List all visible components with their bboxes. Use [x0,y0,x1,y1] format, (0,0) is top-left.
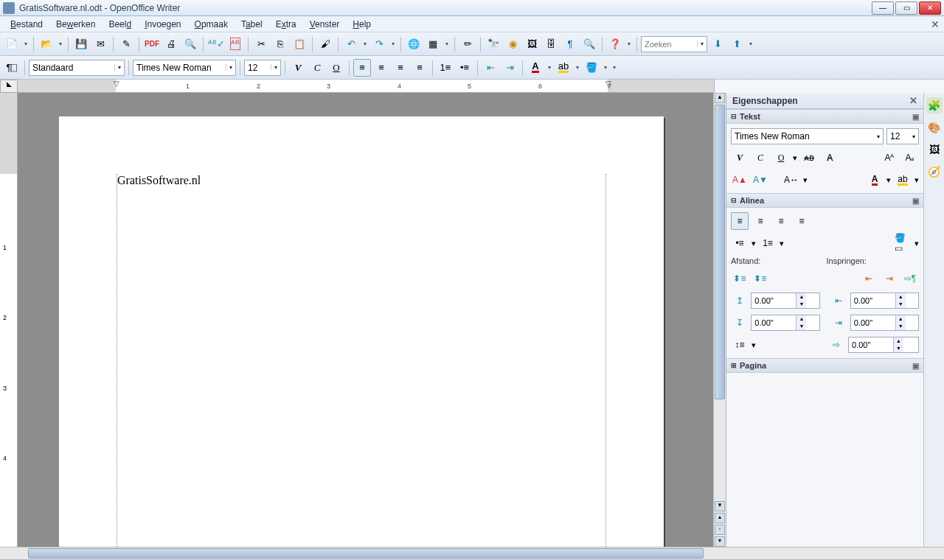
undo-button[interactable]: ↶ [342,35,360,53]
new-dropdown[interactable]: ▾ [22,41,30,47]
menu-invoegen[interactable]: Invoegen [139,18,187,31]
edit-mode-button[interactable]: ✎ [117,35,135,53]
menu-opmaak[interactable]: Opmaak [189,18,234,31]
document-text[interactable]: GratisSoftware.nl [117,174,201,187]
search-combo[interactable]: ▾ [641,36,707,52]
menu-beeld[interactable]: Beeld [103,18,137,31]
navigator-button[interactable]: ◉ [504,35,521,53]
maximize-button[interactable]: ▭ [895,1,917,15]
sb-para-bg-button[interactable]: 🪣▭ [894,234,912,252]
print-preview-button[interactable]: 🔍 [181,35,199,53]
deck-styles-icon[interactable]: 🎨 [926,119,943,136]
align-right-button[interactable]: ≡ [392,59,409,77]
sb-bullets-dropdown[interactable]: ▾ [752,239,756,248]
export-pdf-button[interactable]: PDF [143,35,161,53]
format-paintbrush-button[interactable]: 🖌 [316,35,334,53]
close-document-button[interactable]: ✕ [931,18,940,30]
align-center-button[interactable]: ≡ [372,59,390,77]
horizontal-ruler[interactable]: ▽ ▽ 1 2 3 4 5 6 7 [18,80,714,93]
table-dropdown[interactable]: ▾ [443,41,451,47]
sb-size-combo[interactable]: 12▾ [886,128,919,144]
underline-button[interactable]: O [327,59,345,77]
sidebar-close-button[interactable]: ✕ [909,95,917,106]
menu-bestand[interactable]: Bestand [4,18,49,31]
save-button[interactable]: 💾 [72,35,90,53]
bg-color-button[interactable]: 🪣 [583,59,600,77]
autospell-button[interactable]: ᴬᴮ [226,35,244,53]
sb-font-color-button[interactable]: A [866,171,884,189]
toolbar-overflow[interactable]: ▾ [747,41,754,47]
redo-dropdown[interactable]: ▾ [389,41,397,47]
align-justify-button[interactable]: ≡ [411,59,428,77]
sb-hanging-indent-button[interactable]: ⇨¶ [901,270,919,287]
sb-space-below-input[interactable]: ▲▼ [751,315,819,331]
font-size-combo[interactable]: 12▾ [244,60,281,76]
open-button[interactable]: 📂 [38,35,55,53]
sb-align-center[interactable]: ≡ [752,212,769,230]
font-name-combo[interactable]: Times New Roman▾ [133,60,236,76]
sb-bold-button[interactable]: V [731,149,749,167]
sb-grow-font-button[interactable]: A▲ [731,171,749,189]
scroll-down-button[interactable]: ▼ [715,501,725,511]
sb-shadow-button[interactable]: A [821,149,839,167]
panel-tekst-header[interactable]: ⊟Tekst▣ [726,109,923,124]
sb-shrink-font-button[interactable]: A▼ [752,171,769,189]
sb-numbering-dropdown[interactable]: ▾ [780,239,784,248]
email-button[interactable]: ✉ [91,35,109,53]
scroll-thumb[interactable] [715,105,725,399]
sb-italic-button[interactable]: C [752,149,769,167]
font-color-dropdown[interactable]: ▾ [546,64,553,71]
sb-line-spacing-button[interactable]: ↕≡ [731,336,749,354]
menu-help[interactable]: Help [347,18,377,31]
hyperlink-button[interactable]: 🌐 [405,35,423,53]
paste-button[interactable]: 📋 [291,35,308,53]
sb-spacing-dropdown[interactable]: ▾ [803,175,808,185]
vertical-ruler[interactable]: 1 2 3 4 [0,93,18,547]
sb-para-bg-dropdown[interactable]: ▾ [914,239,919,248]
help-button[interactable]: ❓ [606,35,624,53]
styles-window-button[interactable]: ¶⎕ [3,59,21,77]
menu-extra[interactable]: Extra [270,18,302,31]
copy-button[interactable]: ⎘ [271,35,289,53]
panel-pagina-header[interactable]: ⊞Pagina▣ [726,358,923,373]
panel-tekst-more-icon[interactable]: ▣ [912,113,919,121]
sb-font-color-dropdown[interactable]: ▾ [886,175,891,185]
nav-object-button[interactable]: ◦ [715,525,725,535]
cut-button[interactable]: ✂ [252,35,270,53]
find-button[interactable]: 🔭 [485,35,502,53]
sb-spacing-button[interactable]: A↔ [782,171,800,189]
undo-dropdown[interactable]: ▾ [361,41,369,47]
sb-indent-left-input[interactable]: ▲▼ [850,293,919,309]
panel-alinea-header[interactable]: ⊟Alinea▣ [726,193,923,208]
font-color-button[interactable]: A [527,59,544,77]
sb-strike-button[interactable]: ᴀʙ [800,149,818,167]
sb-line-spacing-dropdown[interactable]: ▾ [752,340,756,350]
fmt-toolbar-overflow[interactable]: ▾ [611,64,618,71]
datasources-button[interactable]: 🗄 [542,35,560,53]
new-button[interactable]: 📄 [3,35,21,53]
menu-tabel[interactable]: Tabel [235,18,268,31]
spellcheck-button[interactable]: ᴬᴮ✓ [207,35,225,53]
deck-gallery-icon[interactable]: 🖼 [926,141,943,158]
bg-color-dropdown[interactable]: ▾ [602,64,609,71]
scroll-up-button[interactable]: ▲ [715,93,725,103]
sb-align-right[interactable]: ≡ [772,212,790,230]
sb-dec-spacing-button[interactable]: ⬍≡ [752,270,769,287]
nonprinting-button[interactable]: ¶ [561,35,579,53]
paragraph-style-combo[interactable]: Standaard▾ [29,60,125,76]
bold-button[interactable]: V [289,59,307,77]
minimize-button[interactable]: — [872,1,894,15]
nav-next-button[interactable]: ▾ [715,536,725,547]
sb-font-combo[interactable]: Times New Roman▾ [731,128,884,144]
sb-dec-indent-button[interactable]: ⇤ [860,270,878,287]
redo-button[interactable]: ↷ [370,35,388,53]
print-button[interactable]: 🖨 [162,35,180,53]
horizontal-scrollbar[interactable] [0,547,944,559]
sb-highlight-dropdown[interactable]: ▾ [914,175,919,185]
zoom-button[interactable]: 🔍 [580,35,598,53]
vertical-scrollbar[interactable]: ▲ ▼ ▴ ◦ ▾ [713,93,726,547]
gallery-button[interactable]: 🖼 [523,35,541,53]
show-draw-button[interactable]: ✏ [459,35,476,53]
sb-bullets-button[interactable]: •≡ [731,234,749,252]
close-button[interactable]: ✕ [919,1,941,15]
